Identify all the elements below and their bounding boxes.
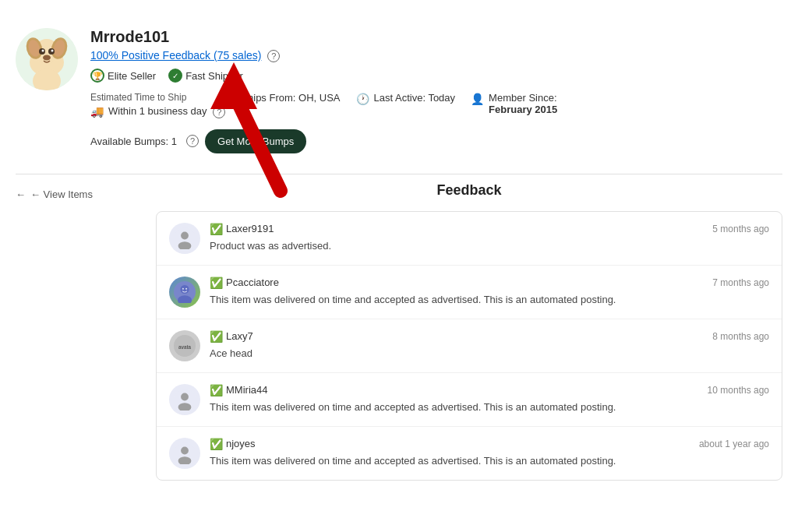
elite-seller-label: Elite Seller bbox=[108, 70, 156, 82]
feedback-text-mmiria44: This item was delivered on time and acce… bbox=[210, 400, 769, 415]
last-active-label: Last Active: bbox=[374, 92, 425, 104]
profile-section: Mrrode101 100% Positive Feedback (75 sal… bbox=[16, 16, 782, 166]
avatar-pcacciatore bbox=[169, 277, 200, 308]
feedback-item-laxy7: avata ✅ Laxy7 8 months ago Ace head bbox=[157, 319, 782, 373]
feedback-item-njoyes: ✅ njoyes about 1 year ago This item was … bbox=[157, 427, 782, 480]
svg-point-11 bbox=[43, 55, 51, 61]
content-area: ← ← View Items Feedback bbox=[16, 182, 782, 481]
feedback-section: Feedback ✅ bbox=[140, 182, 782, 481]
back-arrow-icon: ← bbox=[16, 188, 26, 200]
verified-icon-laxy7: ✅ bbox=[210, 330, 223, 343]
avatar bbox=[16, 28, 78, 90]
feedback-item-pcacciatore: ✅ Pcacciatore 7 months ago This item was… bbox=[157, 266, 782, 319]
verified-icon-mmiria44: ✅ bbox=[210, 384, 223, 396]
feedback-body-njoyes: ✅ njoyes about 1 year ago This item was … bbox=[210, 438, 769, 469]
get-bumps-button[interactable]: Get More Bumps bbox=[205, 129, 306, 153]
member-since-item: 👤 Member Since: February 2015 bbox=[471, 92, 557, 115]
feedback-text-njoyes: This item was delivered on time and acce… bbox=[210, 453, 769, 469]
feedback-text-laxer9191: Product was as advertised. bbox=[210, 238, 769, 254]
last-active-item: 🕐 Last Active: Today bbox=[356, 92, 456, 105]
bumps-help-icon[interactable]: ? bbox=[186, 135, 199, 147]
svg-point-22 bbox=[185, 287, 187, 289]
fast-shipper-badge: ✓ Fast Shipper bbox=[168, 69, 243, 83]
avatar-njoyes bbox=[169, 438, 200, 469]
ship-help-icon[interactable]: ? bbox=[213, 106, 225, 118]
bumps-label: Available Bumps: 1 bbox=[90, 136, 177, 147]
feedback-item-laxer9191: ✅ Laxer9191 5 months ago Product was as … bbox=[157, 212, 782, 266]
view-items-link[interactable]: ← ← View Items bbox=[16, 182, 140, 206]
svg-point-10 bbox=[51, 50, 54, 52]
username: Mrrode101 bbox=[90, 28, 782, 46]
verified-icon-njoyes: ✅ bbox=[210, 438, 223, 450]
feedback-header-laxer9191: ✅ Laxer9191 5 months ago bbox=[210, 223, 769, 235]
left-nav: ← ← View Items bbox=[16, 182, 140, 481]
fast-shipper-label: Fast Shipper bbox=[185, 70, 243, 82]
estimated-ship-item: 🚚 Within 1 business day ? bbox=[90, 104, 225, 118]
estimated-value: Within 1 business day bbox=[108, 105, 207, 117]
feedback-header-mmiria44: ✅ MMiria44 10 months ago bbox=[210, 384, 769, 396]
estimated-ship-block: Estimated Time to Ship 🚚 Within 1 busine… bbox=[90, 92, 225, 118]
view-items-label: ← View Items bbox=[30, 188, 93, 200]
member-since-label: Member Since: bbox=[489, 92, 557, 104]
last-active-value: Today bbox=[428, 92, 455, 104]
feedback-username-mmiria44: ✅ MMiria44 bbox=[210, 384, 267, 396]
ships-from-item: Ships From: OH, USA bbox=[241, 92, 340, 104]
feedback-row: 100% Positive Feedback (75 sales) ? bbox=[90, 49, 782, 62]
feedback-time-laxy7: 8 months ago bbox=[712, 331, 769, 342]
ships-from-value: OH, USA bbox=[298, 92, 340, 104]
avatar-laxy7: avata bbox=[169, 330, 200, 361]
feedback-item-mmiria44: ✅ MMiria44 10 months ago This item was d… bbox=[157, 373, 782, 427]
feedback-body-mmiria44: ✅ MMiria44 10 months ago This item was d… bbox=[210, 384, 769, 415]
last-active-text: Last Active: Today bbox=[374, 92, 456, 104]
feedback-username-pcacciatore: ✅ Pcacciatore bbox=[210, 277, 279, 289]
svg-point-9 bbox=[42, 50, 44, 52]
avatar-laxer9191 bbox=[169, 223, 200, 254]
bumps-row: Available Bumps: 1 ? Get More Bumps bbox=[90, 129, 782, 153]
feedback-time-pcacciatore: 7 months ago bbox=[712, 277, 769, 288]
elite-seller-icon: 🏆 bbox=[90, 69, 104, 83]
clock-icon: 🕐 bbox=[356, 93, 369, 105]
member-since-value: February 2015 bbox=[489, 104, 557, 115]
ships-from-text: Ships From: OH, USA bbox=[241, 92, 340, 104]
svg-point-29 bbox=[181, 446, 189, 454]
feedback-text-laxy7: Ace head bbox=[210, 346, 769, 361]
feedback-help-icon[interactable]: ? bbox=[267, 50, 280, 62]
ships-from-label: Ships From: bbox=[241, 92, 295, 104]
feedback-body-pcacciatore: ✅ Pcacciatore 7 months ago This item was… bbox=[210, 277, 769, 308]
estimated-label: Estimated Time to Ship bbox=[90, 92, 225, 103]
profile-info: Mrrode101 100% Positive Feedback (75 sal… bbox=[90, 28, 782, 153]
svg-point-16 bbox=[181, 231, 189, 239]
verified-icon-pcacciatore: ✅ bbox=[210, 277, 223, 289]
feedback-title: Feedback bbox=[156, 182, 782, 199]
svg-point-21 bbox=[182, 287, 184, 289]
feedback-card: ✅ Laxer9191 5 months ago Product was as … bbox=[156, 211, 782, 481]
feedback-time-mmiria44: 10 months ago bbox=[708, 385, 769, 396]
divider bbox=[16, 174, 782, 174]
feedback-link[interactable]: 100% Positive Feedback (75 sales) bbox=[90, 49, 261, 62]
verified-icon-laxer9191: ✅ bbox=[210, 223, 223, 235]
feedback-time-laxer9191: 5 months ago bbox=[712, 224, 769, 234]
feedback-header-pcacciatore: ✅ Pcacciatore 7 months ago bbox=[210, 277, 769, 289]
shipping-info: Estimated Time to Ship 🚚 Within 1 busine… bbox=[90, 92, 782, 118]
svg-point-26 bbox=[181, 393, 189, 400]
feedback-username-laxy7: ✅ Laxy7 bbox=[210, 330, 253, 343]
feedback-header-njoyes: ✅ njoyes about 1 year ago bbox=[210, 438, 769, 450]
page-wrapper: Mrrode101 100% Positive Feedback (75 sal… bbox=[0, 0, 798, 496]
avatar-mmiria44 bbox=[169, 384, 200, 415]
feedback-header-laxy7: ✅ Laxy7 8 months ago bbox=[210, 330, 769, 343]
feedback-time-njoyes: about 1 year ago bbox=[699, 439, 769, 449]
feedback-username-njoyes: ✅ njoyes bbox=[210, 438, 256, 450]
person-icon: 👤 bbox=[471, 93, 484, 105]
fast-shipper-icon: ✓ bbox=[168, 69, 182, 83]
elite-seller-badge: 🏆 Elite Seller bbox=[90, 69, 156, 83]
feedback-body-laxer9191: ✅ Laxer9191 5 months ago Product was as … bbox=[210, 223, 769, 254]
feedback-text-pcacciatore: This item was delivered on time and acce… bbox=[210, 292, 769, 308]
svg-text:avata: avata bbox=[178, 344, 192, 350]
feedback-body-laxy7: ✅ Laxy7 8 months ago Ace head bbox=[210, 330, 769, 361]
badges-row: 🏆 Elite Seller ✓ Fast Shipper bbox=[90, 69, 782, 83]
feedback-username-laxer9191: ✅ Laxer9191 bbox=[210, 223, 274, 235]
truck-icon: 🚚 bbox=[90, 105, 104, 118]
